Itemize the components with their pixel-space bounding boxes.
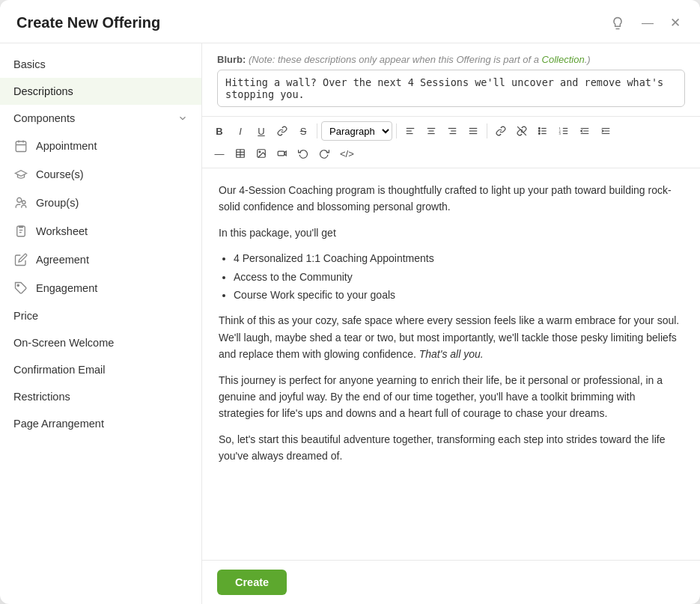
- video-icon: [277, 148, 287, 159]
- editor-area[interactable]: Our 4-Session Coaching program is though…: [202, 168, 700, 560]
- redo-button[interactable]: [314, 144, 334, 163]
- sidebar-item-basics[interactable]: Basics: [0, 51, 201, 78]
- list-item: 4 Personalized 1:1 Coaching Appointments: [234, 250, 684, 266]
- italic-text: That's all you.: [419, 348, 484, 360]
- svg-point-27: [538, 130, 540, 132]
- blurb-label: Blurb: (Note: these descriptions only ap…: [217, 54, 685, 65]
- price-label: Price: [13, 310, 38, 322]
- align-left-button[interactable]: [401, 121, 420, 141]
- svg-point-26: [538, 128, 540, 129]
- tag-icon: [13, 281, 28, 295]
- close-button[interactable]: ✕: [667, 13, 684, 32]
- svg-point-4: [17, 198, 22, 202]
- strikethrough-button[interactable]: S: [293, 121, 313, 141]
- url-button[interactable]: [491, 121, 511, 141]
- outdent-button[interactable]: [575, 121, 594, 141]
- bullet-list-button[interactable]: [533, 121, 553, 141]
- chevron-down-icon: [177, 113, 188, 123]
- close-icon: ✕: [670, 15, 681, 31]
- paragraph-select[interactable]: Paragraph Heading 1 Heading 2 Heading 3: [321, 121, 392, 141]
- minimize-button[interactable]: —: [639, 15, 657, 31]
- create-button[interactable]: Create: [217, 570, 287, 595]
- editor-toolbar: B I U S Paragraph Heading 1 Heading 2 He…: [202, 117, 700, 168]
- editor-para-3: Think of this as your cozy, safe space w…: [219, 312, 684, 362]
- align-center-icon: [426, 126, 436, 136]
- groups-label: Group(s): [36, 197, 79, 209]
- sidebar-item-courses[interactable]: Course(s): [0, 160, 201, 189]
- blurb-note: (Note: these descriptions only appear wh…: [249, 54, 591, 65]
- sidebar-item-worksheet[interactable]: Worksheet: [0, 217, 201, 245]
- appointment-label: Appointment: [36, 140, 97, 152]
- lightbulb-button[interactable]: [607, 14, 628, 32]
- page-arrangement-label: Page Arrangement: [13, 418, 104, 430]
- image-icon: [256, 148, 267, 159]
- toolbar-row-1: B I U S Paragraph Heading 1 Heading 2 He…: [210, 120, 693, 142]
- sidebar-item-page-arrangement[interactable]: Page Arrangement: [0, 410, 201, 437]
- editor-para-1: Our 4-Session Coaching program is though…: [219, 182, 684, 216]
- editor-para-4: This journey is perfect for anyone yearn…: [219, 372, 684, 422]
- unlink-button[interactable]: [512, 121, 532, 141]
- modal-header: Create New Offering — ✕: [0, 0, 700, 43]
- video-button[interactable]: [273, 144, 292, 163]
- ordered-list-button[interactable]: 123: [554, 121, 573, 141]
- align-right-button[interactable]: [442, 121, 462, 141]
- footer: Create: [202, 560, 700, 604]
- indent-button[interactable]: [596, 121, 615, 141]
- link-button[interactable]: [273, 121, 292, 141]
- table-button[interactable]: [231, 144, 250, 163]
- sidebar-item-restrictions[interactable]: Restrictions: [0, 383, 201, 410]
- outdent-icon: [579, 126, 590, 136]
- restrictions-label: Restrictions: [13, 391, 70, 403]
- lightbulb-icon: [610, 16, 625, 31]
- modal-body: Basics Descriptions Components Appointme…: [0, 43, 700, 604]
- svg-point-5: [22, 201, 26, 204]
- sidebar-item-engagement[interactable]: Engagement: [0, 274, 201, 302]
- components-label: Components: [13, 112, 75, 124]
- svg-marker-48: [284, 151, 286, 156]
- image-button[interactable]: [252, 144, 271, 163]
- align-justify-button[interactable]: [463, 121, 483, 141]
- code-button[interactable]: </>: [335, 144, 359, 163]
- header-actions: — ✕: [607, 13, 684, 32]
- align-center-button[interactable]: [421, 121, 441, 141]
- bullet-list-icon: [538, 126, 548, 136]
- basics-label: Basics: [13, 58, 46, 70]
- on-screen-welcome-label: On-Screen Welcome: [13, 337, 114, 349]
- editor-para-2: In this package, you'll get: [219, 225, 684, 241]
- align-left-icon: [405, 126, 416, 136]
- align-justify-icon: [468, 126, 478, 136]
- sidebar-item-on-screen-welcome[interactable]: On-Screen Welcome: [0, 329, 201, 356]
- clipboard-icon: [13, 225, 28, 238]
- ordered-list-icon: 123: [559, 126, 569, 136]
- sidebar-item-price[interactable]: Price: [0, 302, 201, 329]
- editor-para-5: So, let's start this beautiful adventure…: [219, 431, 684, 465]
- modal-title: Create New Offering: [16, 14, 160, 31]
- confirmation-email-label: Confirmation Email: [13, 364, 106, 376]
- align-right-icon: [447, 126, 457, 136]
- blurb-input[interactable]: Hitting a wall? Over the next 4 Sessions…: [217, 70, 685, 107]
- svg-text:3: 3: [559, 132, 561, 135]
- toolbar-divider-3: [487, 123, 487, 138]
- sidebar-item-descriptions[interactable]: Descriptions: [0, 78, 201, 105]
- bold-button[interactable]: B: [210, 121, 229, 141]
- italic-button[interactable]: I: [231, 121, 250, 141]
- indent-icon: [600, 126, 611, 136]
- blurb-title: Blurb:: [217, 54, 246, 65]
- underline-button[interactable]: U: [252, 121, 271, 141]
- sidebar-item-confirmation-email[interactable]: Confirmation Email: [0, 356, 201, 383]
- descriptions-label: Descriptions: [13, 85, 73, 97]
- agreement-label: Agreement: [36, 254, 89, 266]
- undo-button[interactable]: [293, 144, 313, 163]
- toolbar-row-2: — </>: [210, 142, 693, 165]
- sidebar-item-components[interactable]: Components: [0, 105, 201, 132]
- editor-list: 4 Personalized 1:1 Coaching Appointments…: [234, 250, 684, 303]
- people-icon: [13, 196, 28, 210]
- sidebar-item-agreement[interactable]: Agreement: [0, 245, 201, 274]
- sidebar-item-groups[interactable]: Group(s): [0, 189, 201, 217]
- minus-button[interactable]: —: [210, 144, 229, 163]
- collection-link[interactable]: Collection: [542, 54, 585, 65]
- modal: Create New Offering — ✕ Basics Descripti…: [0, 0, 700, 604]
- sidebar-item-appointment[interactable]: Appointment: [0, 132, 201, 160]
- redo-icon: [319, 148, 329, 159]
- svg-rect-0: [16, 141, 26, 152]
